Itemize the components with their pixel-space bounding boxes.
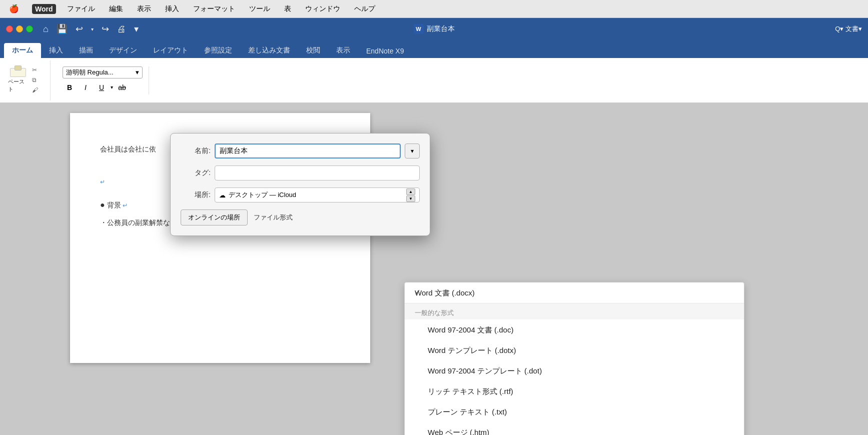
print-icon[interactable]: 🖨 bbox=[115, 23, 128, 36]
cloud-icon: ☁ bbox=[219, 192, 226, 199]
tab-endnote[interactable]: EndNote X9 bbox=[358, 44, 412, 58]
clipboard-section: ペースト ✂ ⧉ 🖌 bbox=[8, 66, 44, 94]
home-icon[interactable]: ⌂ bbox=[41, 23, 51, 36]
close-button[interactable] bbox=[6, 26, 13, 32]
format-item-doc[interactable]: Word 97-2004 文書 (.doc) bbox=[405, 320, 744, 340]
dialog-bottom-row: オンラインの場所 ファイル形式 bbox=[181, 210, 420, 226]
bold-button[interactable]: B bbox=[63, 80, 77, 94]
maximize-button[interactable] bbox=[26, 26, 33, 32]
menu-edit[interactable]: 編集 bbox=[106, 4, 126, 14]
menu-window[interactable]: ウィンドウ bbox=[302, 4, 343, 14]
search-area[interactable]: Q▾ 文書▾ bbox=[835, 24, 862, 34]
tab-view[interactable]: 表示 bbox=[328, 43, 358, 58]
redo-icon[interactable]: ↪ bbox=[100, 22, 111, 36]
small-tools: ✂ ⧉ 🖌 bbox=[32, 66, 44, 94]
tab-design[interactable]: デザイン bbox=[101, 43, 145, 58]
copy-icon[interactable]: ⧉ bbox=[32, 76, 44, 84]
word-app-icon: W bbox=[414, 24, 424, 34]
paste-icon-img bbox=[10, 68, 26, 77]
document-area: 会社員は会社に依 ↵ ● 背景 ↵ ・公務員の副業解禁などもあ 名前: ▾ タグ… bbox=[0, 103, 868, 435]
traffic-lights bbox=[6, 26, 33, 32]
format-item-rtf[interactable]: リッチ テキスト形式 (.rtf) bbox=[405, 381, 744, 402]
format-item-txt[interactable]: プレーン テキスト (.txt) bbox=[405, 402, 744, 422]
tag-row: タグ: bbox=[181, 166, 420, 180]
save-icon[interactable]: 💾 bbox=[55, 22, 70, 36]
online-place-button[interactable]: オンラインの場所 bbox=[181, 210, 248, 226]
location-label: 場所: bbox=[181, 190, 211, 200]
document-title: 副業台本 bbox=[427, 24, 455, 34]
format-item-dotx[interactable]: Word テンプレート (.dotx) bbox=[405, 340, 744, 360]
format-dropdown: Word 文書 (.docx) 一般的な形式 Word 97-2004 文書 (… bbox=[404, 282, 744, 435]
menu-bar: 🍎 Word ファイル 編集 表示 挿入 フォーマット ツール 表 ウィンドウ … bbox=[0, 0, 868, 18]
menu-tools[interactable]: ツール bbox=[246, 4, 273, 14]
font-name-selector[interactable]: 游明朝 Regula... ▾ bbox=[63, 66, 143, 78]
format-item-htm[interactable]: Web ページ (.htm) bbox=[405, 422, 744, 435]
format-section-general: 一般的な形式 bbox=[405, 303, 744, 320]
paragraph-mark-1: ↵ bbox=[100, 178, 105, 186]
minimize-button[interactable] bbox=[16, 26, 23, 32]
paste-label: ペースト bbox=[8, 78, 28, 93]
font-group: 游明朝 Regula... ▾ B I U ▾ ab bbox=[57, 66, 149, 94]
format-item-docx[interactable]: Word 文書 (.docx) bbox=[405, 282, 744, 303]
tab-references[interactable]: 参照設定 bbox=[196, 43, 240, 58]
paste-button[interactable]: ペースト bbox=[8, 68, 28, 93]
ribbon-tabs: ホーム 挿入 描画 デザイン レイアウト 参照設定 差し込み文書 校閲 表示 E… bbox=[0, 40, 868, 58]
location-up-arrow[interactable]: ▲ bbox=[406, 188, 415, 195]
underline-dropdown[interactable]: ▾ bbox=[111, 84, 113, 90]
font-name-label: 游明朝 Regula... bbox=[66, 68, 114, 77]
app-title: W 副業台本 bbox=[414, 24, 455, 34]
tab-review[interactable]: 校閲 bbox=[298, 43, 328, 58]
location-selector[interactable]: ☁ デスクトップ — iCloud ▲ ▼ bbox=[215, 188, 420, 202]
tag-label: タグ: bbox=[181, 168, 211, 178]
italic-button[interactable]: I bbox=[79, 80, 93, 94]
menu-table[interactable]: 表 bbox=[281, 4, 294, 14]
location-arrows: ▲ ▼ bbox=[406, 188, 415, 202]
font-buttons: B I U ▾ ab bbox=[63, 80, 143, 94]
menu-word[interactable]: Word bbox=[32, 4, 56, 14]
apple-menu[interactable]: 🍎 bbox=[6, 3, 22, 14]
more-icon[interactable]: ▾ bbox=[132, 22, 141, 36]
undo-dropdown-icon[interactable]: ▾ bbox=[89, 26, 96, 33]
strikethrough-button[interactable]: ab bbox=[115, 80, 129, 94]
quick-toolbar: ⌂ 💾 ↩ ▾ ↪ 🖨 ▾ W 副業台本 Q▾ 文書▾ bbox=[0, 18, 868, 40]
file-format-label: ファイル形式 bbox=[254, 213, 293, 222]
name-row: 名前: ▾ bbox=[181, 144, 420, 158]
clipboard-group: ペースト ✂ ⧉ 🖌 bbox=[6, 60, 51, 100]
menu-file[interactable]: ファイル bbox=[64, 4, 98, 14]
name-label: 名前: bbox=[181, 146, 211, 156]
menu-format[interactable]: フォーマット bbox=[190, 4, 238, 14]
location-value: デスクトップ — iCloud bbox=[229, 190, 296, 200]
tag-input[interactable] bbox=[215, 166, 420, 180]
cut-icon[interactable]: ✂ bbox=[32, 66, 44, 74]
name-input[interactable] bbox=[215, 144, 401, 158]
tab-layout[interactable]: レイアウト bbox=[145, 43, 196, 58]
menu-help[interactable]: ヘルプ bbox=[351, 4, 378, 14]
format-painter-icon[interactable]: 🖌 bbox=[32, 86, 44, 94]
tab-mailings[interactable]: 差し込み文書 bbox=[240, 43, 298, 58]
menu-insert[interactable]: 挿入 bbox=[162, 4, 182, 14]
tab-draw[interactable]: 描画 bbox=[71, 43, 101, 58]
save-dialog: 名前: ▾ タグ: 場所: ☁ デスクトップ — iCloud ▲ ▼ オンライ… bbox=[170, 133, 430, 236]
underline-button[interactable]: U bbox=[95, 80, 109, 94]
location-row: 場所: ☁ デスクトップ — iCloud ▲ ▼ bbox=[181, 188, 420, 202]
tab-home[interactable]: ホーム bbox=[4, 43, 41, 58]
menu-view[interactable]: 表示 bbox=[134, 4, 154, 14]
search-label[interactable]: Q▾ 文書▾ bbox=[835, 24, 862, 34]
tab-insert[interactable]: 挿入 bbox=[41, 43, 71, 58]
ribbon-content: ペースト ✂ ⧉ 🖌 游明朝 Regula... ▾ B I U ▾ ab bbox=[0, 58, 868, 103]
font-dropdown-icon: ▾ bbox=[136, 68, 139, 76]
undo-icon[interactable]: ↩ bbox=[74, 22, 85, 36]
format-item-dot[interactable]: Word 97-2004 テンプレート (.dot) bbox=[405, 360, 744, 381]
name-dropdown-button[interactable]: ▾ bbox=[405, 144, 420, 158]
location-down-arrow[interactable]: ▼ bbox=[406, 196, 415, 202]
